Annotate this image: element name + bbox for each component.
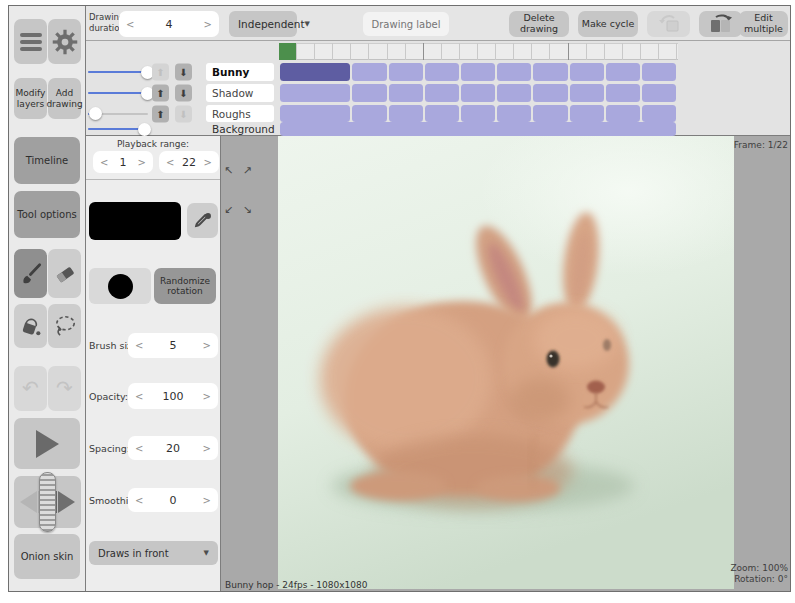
ruler-frame-cell[interactable] <box>315 43 333 60</box>
ruler-frame-cell[interactable] <box>442 43 460 60</box>
ruler-frame-cell[interactable] <box>496 43 514 60</box>
drawing-segment[interactable] <box>461 63 495 81</box>
ruler-frame-cell[interactable] <box>605 43 623 60</box>
fill-tool-button[interactable] <box>14 304 47 348</box>
layer-move-up-button[interactable]: ⬆ <box>152 85 169 102</box>
brush-size-decrement-button[interactable]: < <box>135 340 143 351</box>
drawing-segment[interactable] <box>606 84 640 102</box>
lasso-tool-button[interactable] <box>48 304 81 348</box>
drawing-label-input[interactable] <box>363 12 449 36</box>
make-cycle-button[interactable]: Make cycle <box>578 11 638 37</box>
modify-layers-button[interactable]: Modify layers <box>14 78 47 119</box>
drawing-segment[interactable] <box>352 63 386 81</box>
drawing-segment[interactable] <box>533 84 567 102</box>
ruler-frame-cell[interactable] <box>424 43 442 60</box>
spacing-decrement-button[interactable]: < <box>135 443 143 454</box>
playhead-cell[interactable] <box>279 43 297 60</box>
range-start-increment-button[interactable]: > <box>138 157 146 168</box>
drawing-segment[interactable] <box>280 122 676 136</box>
layer-move-up-button[interactable]: ⬆ <box>152 64 169 81</box>
timeline-toggle-button[interactable]: Timeline <box>14 137 80 184</box>
ruler-frame-cell[interactable] <box>388 43 406 60</box>
drawing-segment[interactable] <box>570 105 604 122</box>
drawing-segment[interactable] <box>389 105 423 122</box>
settings-button[interactable] <box>48 19 81 64</box>
tool-options-button[interactable]: Tool options <box>14 191 80 238</box>
layer-move-down-button[interactable]: ⬇ <box>175 85 192 102</box>
drawing-segment[interactable] <box>642 105 676 122</box>
ruler-frame-cell[interactable] <box>297 43 315 60</box>
menu-button[interactable] <box>14 19 47 64</box>
ruler-frame-cell[interactable] <box>641 43 659 60</box>
drawing-segment-selected[interactable] <box>280 63 350 81</box>
duration-mode-dropdown[interactable]: Independent ▼ <box>229 11 297 37</box>
eraser-tool-button[interactable] <box>48 249 81 298</box>
smoothing-increment-button[interactable]: > <box>203 495 211 506</box>
add-drawing-button[interactable]: Add drawing <box>48 78 81 119</box>
ruler-frame-cell[interactable] <box>514 43 532 60</box>
layer-name-shadow[interactable]: Shadow <box>206 84 274 102</box>
drawing-segment[interactable] <box>280 105 350 122</box>
drawing-segment[interactable] <box>497 63 531 81</box>
ruler-frame-cell[interactable] <box>569 43 587 60</box>
frame-scrub-wheel[interactable] <box>39 472 56 532</box>
drawing-segment[interactable] <box>461 84 495 102</box>
brush-size-increment-button[interactable]: > <box>203 340 211 351</box>
layer-name-background[interactable]: Background <box>206 122 274 136</box>
drawing-segment[interactable] <box>497 84 531 102</box>
layer-move-down-button[interactable]: ⬇ <box>175 105 192 122</box>
drawing-segment[interactable] <box>606 63 640 81</box>
duration-decrement-button[interactable]: < <box>126 19 134 30</box>
drawing-segment[interactable] <box>425 105 459 122</box>
slider-knob[interactable] <box>89 107 102 120</box>
brush-tool-button[interactable] <box>14 249 47 298</box>
current-color-swatch[interactable] <box>89 202 181 240</box>
drawing-segment[interactable] <box>425 63 459 81</box>
ruler-frame-cell[interactable] <box>587 43 605 60</box>
drawing-segment[interactable] <box>389 84 423 102</box>
ruler-frame-cell[interactable] <box>532 43 550 60</box>
expand-timeline-button[interactable]: ↖ ↗ ↙ ↘ <box>224 138 263 242</box>
drawing-segment[interactable] <box>280 84 350 102</box>
ruler-frame-cell[interactable] <box>406 43 424 60</box>
ruler-frame-cell[interactable] <box>370 43 388 60</box>
drawing-segment[interactable] <box>497 105 531 122</box>
spacing-increment-button[interactable]: > <box>203 443 211 454</box>
drawing-segment[interactable] <box>570 63 604 81</box>
randomize-rotation-button[interactable]: Randomize rotation <box>154 268 216 304</box>
drawing-segment[interactable] <box>642 63 676 81</box>
range-end-increment-button[interactable]: > <box>204 157 212 168</box>
layer-opacity-slider[interactable] <box>88 122 148 136</box>
drawing-segment[interactable] <box>425 84 459 102</box>
drawing-segment[interactable] <box>389 63 423 81</box>
range-end-decrement-button[interactable]: < <box>166 157 174 168</box>
opacity-increment-button[interactable]: > <box>203 391 211 402</box>
smoothing-decrement-button[interactable]: < <box>135 495 143 506</box>
drawing-segment[interactable] <box>352 84 386 102</box>
play-button[interactable] <box>14 418 80 469</box>
layer-move-down-button[interactable]: ⬇ <box>175 64 192 81</box>
onion-skin-button[interactable]: Onion skin <box>14 534 80 579</box>
drawing-canvas[interactable] <box>278 136 734 589</box>
duplicate-drawing-button[interactable] <box>699 11 742 37</box>
delete-drawing-button[interactable]: Delete drawing <box>509 11 569 37</box>
draw-order-dropdown[interactable]: Draws in front ▼ <box>89 541 218 565</box>
duration-increment-button[interactable]: > <box>204 19 212 30</box>
ruler-frame-cell[interactable] <box>460 43 478 60</box>
ruler-frame-cell[interactable] <box>623 43 641 60</box>
ruler-frame-cell[interactable] <box>551 43 569 60</box>
layer-opacity-slider[interactable] <box>88 84 148 102</box>
drawing-segment[interactable] <box>533 63 567 81</box>
layer-name-bunny[interactable]: Bunny <box>206 63 274 81</box>
drawing-segment[interactable] <box>461 105 495 122</box>
slider-knob[interactable] <box>138 123 151 136</box>
redo-button[interactable]: ↷ <box>48 366 81 411</box>
drawing-segment[interactable] <box>352 105 386 122</box>
ruler-frame-cell[interactable] <box>351 43 369 60</box>
layer-move-up-button[interactable]: ⬆ <box>152 105 169 122</box>
ruler-frame-cell[interactable] <box>659 43 677 60</box>
eyedropper-button[interactable] <box>187 203 218 238</box>
layer-opacity-slider[interactable] <box>88 105 148 122</box>
copy-previous-drawing-button[interactable] <box>647 11 690 37</box>
drawing-segment[interactable] <box>606 105 640 122</box>
